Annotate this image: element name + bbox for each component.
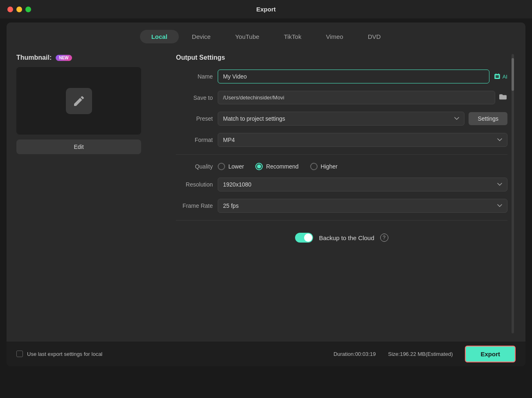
folder-button[interactable] xyxy=(498,93,507,102)
edit-button[interactable]: Edit xyxy=(16,139,141,154)
resolution-label: Resolution xyxy=(176,181,213,188)
preset-wrap: Match to project settings Settings xyxy=(218,112,507,126)
format-row: Format MP4 xyxy=(176,133,507,147)
tab-tiktok[interactable]: TikTok xyxy=(273,30,313,43)
quality-recommend-label: Recommend xyxy=(266,163,298,170)
tab-device[interactable]: Device xyxy=(180,30,222,43)
quality-lower[interactable]: Lower xyxy=(218,163,244,170)
quality-label: Quality xyxy=(176,163,213,170)
thumbnail-preview xyxy=(16,67,141,135)
scrollbar[interactable] xyxy=(511,54,514,333)
titlebar: Export xyxy=(0,0,532,18)
size-display: Size:196.22 MB(Estimated) xyxy=(388,351,453,357)
quality-higher[interactable]: Higher xyxy=(310,163,338,170)
backup-label: Backup to the Cloud xyxy=(319,234,374,241)
settings-button[interactable]: Settings xyxy=(469,112,507,125)
close-button[interactable] xyxy=(7,7,13,12)
last-export-checkbox[interactable] xyxy=(16,351,23,357)
duration-display: Duration:00:03:19 xyxy=(334,351,376,357)
radio-higher xyxy=(310,163,318,170)
footer: Use last export settings for local Durat… xyxy=(7,342,525,366)
name-input-wrap: AI xyxy=(218,70,507,83)
backup-toggle[interactable] xyxy=(295,233,313,243)
format-dropdown[interactable]: MP4 xyxy=(218,133,507,147)
quality-options: Lower Recommend Higher xyxy=(218,163,338,170)
preset-dropdown[interactable]: Match to project settings xyxy=(218,112,464,126)
radio-lower xyxy=(218,163,225,170)
tabs-bar: Local Device YouTube TikTok Vimeo DVD xyxy=(7,22,525,50)
thumbnail-icon-wrap xyxy=(66,88,92,114)
help-icon[interactable]: ? xyxy=(380,234,388,242)
footer-center: Duration:00:03:19 Size:196.22 MB(Estimat… xyxy=(334,351,453,357)
app-title: Export xyxy=(256,6,276,13)
backup-row: Backup to the Cloud ? xyxy=(176,233,507,243)
save-to-wrap: /Users/detechinsider/Movi xyxy=(218,91,507,104)
scrollbar-thumb xyxy=(512,58,514,91)
resolution-row: Resolution 1920x1080 xyxy=(176,178,507,191)
export-button[interactable]: Export xyxy=(465,346,516,362)
format-label: Format xyxy=(176,137,213,143)
quality-lower-label: Lower xyxy=(228,163,244,170)
output-settings-title: Output Settings xyxy=(176,54,507,61)
main-content: Local Device YouTube TikTok Vimeo DVD Th… xyxy=(7,22,525,366)
save-path-display: /Users/detechinsider/Movi xyxy=(218,91,495,104)
minimize-button[interactable] xyxy=(16,7,22,12)
name-row: Name AI xyxy=(176,70,507,83)
tab-vimeo[interactable]: Vimeo xyxy=(314,30,354,43)
new-badge: NEW xyxy=(56,55,72,61)
footer-left: Use last export settings for local xyxy=(16,351,334,357)
thumbnail-section-label: Thumbnail: NEW xyxy=(16,54,164,61)
quality-higher-label: Higher xyxy=(321,163,338,170)
right-panel: Output Settings Name AI Save to xyxy=(176,54,516,333)
window-controls xyxy=(7,7,31,12)
framerate-row: Frame Rate 25 fps xyxy=(176,199,507,213)
thumbnail-text: Thumbnail: xyxy=(16,54,52,61)
name-input[interactable] xyxy=(218,70,489,83)
divider-2 xyxy=(176,220,507,220)
resolution-dropdown[interactable]: 1920x1080 xyxy=(218,178,507,191)
body-area: Thumbnail: NEW Edit Output Settings Name xyxy=(7,50,525,342)
ai-button[interactable]: AI xyxy=(494,73,507,80)
last-export-label: Use last export settings for local xyxy=(27,351,102,357)
divider-1 xyxy=(176,154,507,155)
scrollbar-track xyxy=(512,54,514,333)
quality-row: Quality Lower Recommend Higher xyxy=(176,163,507,170)
preset-label: Preset xyxy=(176,115,213,122)
tab-local[interactable]: Local xyxy=(140,30,179,43)
pencil-icon xyxy=(72,94,86,108)
maximize-button[interactable] xyxy=(25,7,31,12)
quality-recommend[interactable]: Recommend xyxy=(255,163,298,170)
export-button-wrap: Export xyxy=(465,346,516,362)
name-label: Name xyxy=(176,73,213,80)
preset-row: Preset Match to project settings Setting… xyxy=(176,112,507,126)
save-to-label: Save to xyxy=(176,94,213,101)
tab-youtube[interactable]: YouTube xyxy=(224,30,271,43)
framerate-label: Frame Rate xyxy=(176,202,213,209)
framerate-dropdown[interactable]: 25 fps xyxy=(218,199,507,213)
left-panel: Thumbnail: NEW Edit xyxy=(16,54,164,333)
tab-dvd[interactable]: DVD xyxy=(356,30,392,43)
ai-icon xyxy=(494,73,501,80)
radio-recommend xyxy=(255,163,263,170)
folder-icon xyxy=(498,93,507,100)
ai-label: AI xyxy=(503,74,507,80)
save-to-row: Save to /Users/detechinsider/Movi xyxy=(176,91,507,104)
toggle-thumb xyxy=(304,234,312,242)
